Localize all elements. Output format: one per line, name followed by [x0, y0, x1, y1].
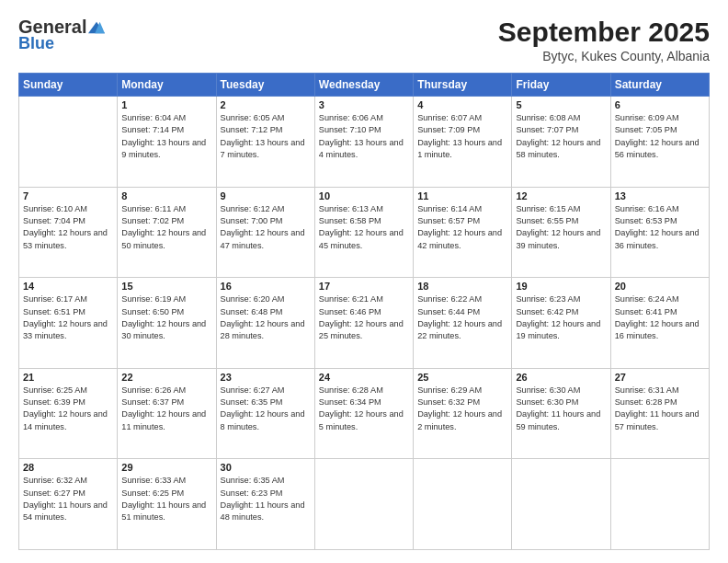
sunset-text: Sunset: 6:51 PM: [23, 307, 85, 316]
day-number: 9: [221, 190, 311, 201]
sunrise-text: Sunrise: 6:23 AM: [516, 294, 580, 304]
sunset-text: Sunset: 6:35 PM: [221, 397, 283, 407]
day-number: 5: [516, 99, 606, 110]
day-info: Sunrise: 6:14 AM Sunset: 6:57 PM Dayligh…: [417, 203, 507, 252]
table-row: 27 Sunrise: 6:31 AM Sunset: 6:28 PM Dayl…: [610, 368, 709, 459]
sunset-text: Sunset: 6:48 PM: [221, 307, 283, 316]
daylight-text: Daylight: 13 hours and 4 minutes.: [319, 138, 404, 159]
sunset-text: Sunset: 7:12 PM: [221, 125, 283, 134]
calendar-week-row: 28 Sunrise: 6:32 AM Sunset: 6:27 PM Dayl…: [19, 459, 710, 550]
daylight-text: Daylight: 11 hours and 59 minutes.: [516, 409, 600, 431]
daylight-text: Daylight: 11 hours and 54 minutes.: [23, 500, 108, 522]
table-row: 22 Sunrise: 6:26 AM Sunset: 6:37 PM Dayl…: [118, 368, 216, 459]
daylight-text: Daylight: 12 hours and 47 minutes.: [221, 228, 305, 249]
sunset-text: Sunset: 6:44 PM: [417, 307, 480, 316]
table-row: [512, 459, 610, 550]
sunset-text: Sunset: 6:55 PM: [516, 216, 578, 225]
sunrise-text: Sunrise: 6:17 AM: [23, 294, 87, 304]
table-row: 20 Sunrise: 6:24 AM Sunset: 6:41 PM Dayl…: [610, 278, 709, 369]
day-info: Sunrise: 6:08 AM Sunset: 7:07 PM Dayligh…: [516, 112, 606, 161]
sunrise-text: Sunrise: 6:13 AM: [319, 204, 383, 213]
daylight-text: Daylight: 11 hours and 57 minutes.: [615, 409, 700, 431]
table-row: 24 Sunrise: 6:28 AM Sunset: 6:34 PM Dayl…: [314, 368, 413, 459]
day-info: Sunrise: 6:09 AM Sunset: 7:05 PM Dayligh…: [615, 112, 705, 161]
day-number: 8: [121, 190, 211, 201]
col-wednesday: Wednesday: [314, 74, 413, 97]
sunrise-text: Sunrise: 6:14 AM: [417, 204, 482, 213]
sunrise-text: Sunrise: 6:26 AM: [121, 385, 186, 395]
sunset-text: Sunset: 7:05 PM: [615, 125, 677, 134]
day-number: 16: [221, 281, 311, 292]
day-info: Sunrise: 6:19 AM Sunset: 6:50 PM Dayligh…: [121, 293, 211, 342]
sunrise-text: Sunrise: 6:20 AM: [221, 294, 285, 304]
sunset-text: Sunset: 7:09 PM: [417, 125, 480, 134]
day-info: Sunrise: 6:13 AM Sunset: 6:58 PM Dayligh…: [319, 203, 409, 252]
sunset-text: Sunset: 7:10 PM: [319, 125, 381, 134]
sunrise-text: Sunrise: 6:32 AM: [23, 476, 87, 485]
day-number: 26: [516, 372, 606, 383]
location-title: Bytyc, Kukes County, Albania: [498, 49, 710, 63]
day-info: Sunrise: 6:24 AM Sunset: 6:41 PM Dayligh…: [615, 293, 705, 342]
calendar-week-row: 21 Sunrise: 6:25 AM Sunset: 6:39 PM Dayl…: [19, 368, 710, 459]
day-info: Sunrise: 6:31 AM Sunset: 6:28 PM Dayligh…: [615, 385, 705, 433]
day-number: 18: [417, 281, 507, 292]
daylight-text: Daylight: 12 hours and 42 minutes.: [417, 228, 502, 249]
sunset-text: Sunset: 6:27 PM: [23, 488, 85, 498]
table-row: 5 Sunrise: 6:08 AM Sunset: 7:07 PM Dayli…: [512, 97, 610, 188]
table-row: 9 Sunrise: 6:12 AM Sunset: 7:00 PM Dayli…: [216, 187, 314, 278]
day-number: 21: [23, 372, 113, 383]
day-info: Sunrise: 6:26 AM Sunset: 6:37 PM Dayligh…: [121, 385, 211, 433]
sunset-text: Sunset: 6:23 PM: [221, 488, 283, 498]
sunrise-text: Sunrise: 6:16 AM: [615, 204, 679, 213]
table-row: 1 Sunrise: 6:04 AM Sunset: 7:14 PM Dayli…: [118, 97, 216, 188]
day-number: 25: [417, 372, 507, 383]
header: General Blue September 2025 Bytyc, Kukes…: [18, 17, 710, 63]
table-row: 18 Sunrise: 6:22 AM Sunset: 6:44 PM Dayl…: [414, 278, 512, 369]
table-row: [610, 459, 709, 550]
sunset-text: Sunset: 7:00 PM: [221, 216, 283, 225]
logo-blue: Blue: [18, 34, 54, 53]
day-info: Sunrise: 6:32 AM Sunset: 6:27 PM Dayligh…: [23, 475, 113, 523]
day-info: Sunrise: 6:21 AM Sunset: 6:46 PM Dayligh…: [319, 293, 409, 342]
day-info: Sunrise: 6:35 AM Sunset: 6:23 PM Dayligh…: [221, 475, 311, 523]
day-number: 3: [319, 99, 409, 110]
table-row: 23 Sunrise: 6:27 AM Sunset: 6:35 PM Dayl…: [216, 368, 314, 459]
day-number: 14: [23, 281, 113, 292]
page: General Blue September 2025 Bytyc, Kukes…: [0, 0, 728, 563]
day-number: 30: [221, 462, 311, 473]
daylight-text: Daylight: 12 hours and 22 minutes.: [417, 319, 502, 340]
table-row: 29 Sunrise: 6:33 AM Sunset: 6:25 PM Dayl…: [118, 459, 216, 550]
sunset-text: Sunset: 7:07 PM: [516, 125, 578, 134]
sunset-text: Sunset: 6:57 PM: [417, 216, 480, 225]
sunrise-text: Sunrise: 6:12 AM: [221, 204, 285, 213]
sunrise-text: Sunrise: 6:33 AM: [121, 476, 186, 485]
daylight-text: Daylight: 13 hours and 7 minutes.: [221, 138, 305, 159]
day-info: Sunrise: 6:11 AM Sunset: 7:02 PM Dayligh…: [121, 203, 211, 252]
daylight-text: Daylight: 12 hours and 14 minutes.: [23, 409, 108, 431]
day-info: Sunrise: 6:16 AM Sunset: 6:53 PM Dayligh…: [615, 203, 705, 252]
sunrise-text: Sunrise: 6:19 AM: [121, 294, 186, 304]
sunset-text: Sunset: 6:46 PM: [319, 307, 381, 316]
day-info: Sunrise: 6:06 AM Sunset: 7:10 PM Dayligh…: [319, 112, 409, 161]
daylight-text: Daylight: 13 hours and 1 minute.: [417, 138, 502, 159]
daylight-text: Daylight: 12 hours and 2 minutes.: [417, 409, 502, 431]
sunset-text: Sunset: 6:50 PM: [121, 307, 184, 316]
day-number: 24: [319, 372, 409, 383]
daylight-text: Daylight: 12 hours and 58 minutes.: [516, 138, 600, 159]
day-info: Sunrise: 6:20 AM Sunset: 6:48 PM Dayligh…: [221, 293, 311, 342]
sunrise-text: Sunrise: 6:09 AM: [615, 113, 679, 122]
day-number: 19: [516, 281, 606, 292]
sunset-text: Sunset: 6:41 PM: [615, 307, 677, 316]
sunrise-text: Sunrise: 6:28 AM: [319, 385, 383, 395]
daylight-text: Daylight: 13 hours and 9 minutes.: [121, 138, 206, 159]
day-number: 10: [319, 190, 409, 201]
sunset-text: Sunset: 6:39 PM: [23, 397, 85, 407]
sunrise-text: Sunrise: 6:29 AM: [417, 385, 482, 395]
logo: General Blue: [18, 17, 105, 53]
table-row: 15 Sunrise: 6:19 AM Sunset: 6:50 PM Dayl…: [118, 278, 216, 369]
day-number: 1: [121, 99, 211, 110]
day-info: Sunrise: 6:25 AM Sunset: 6:39 PM Dayligh…: [23, 385, 113, 433]
sunset-text: Sunset: 6:28 PM: [615, 397, 677, 407]
sunrise-text: Sunrise: 6:27 AM: [221, 385, 285, 395]
sunrise-text: Sunrise: 6:15 AM: [516, 204, 580, 213]
